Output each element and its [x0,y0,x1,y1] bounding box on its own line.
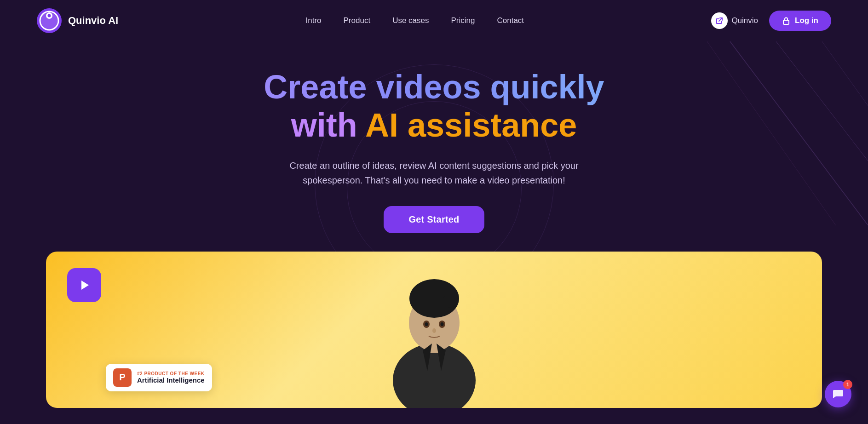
svg-marker-10 [81,281,89,290]
logo-text: Quinvio AI [68,15,118,27]
external-link-icon [711,12,728,29]
svg-rect-5 [783,20,789,24]
get-started-button[interactable]: Get Started [384,206,484,233]
svg-point-22 [432,328,436,333]
ph-icon: P [113,368,132,387]
lock-icon [782,17,790,25]
navbar-right: Quinvio Log in [711,11,831,31]
logo-icon [37,8,62,33]
nav-pricing[interactable]: Pricing [451,16,475,25]
nav-use-cases[interactable]: Use cases [392,16,429,25]
hero-title-with: with [291,107,365,143]
nav-links: Intro Product Use cases Pricing Contact [306,16,524,25]
hero-title-line1: Create videos quickly [9,69,859,105]
hero-title-line2: with AI assistance [9,105,859,145]
hero-section: Create videos quickly with AI assistance… [0,41,868,252]
login-button[interactable]: Log in [769,11,831,31]
ph-label: Artificial Intelligence [137,376,205,384]
chat-icon [832,388,844,400]
chat-badge-count: 1 [843,380,852,389]
nav-intro[interactable]: Intro [306,16,322,25]
ph-badge[interactable]: P #2 Product of the Week Artificial Inte… [106,364,212,391]
play-icon [77,278,92,292]
svg-point-21 [440,322,443,326]
navbar: Quinvio AI Intro Product Use cases Prici… [0,0,868,41]
hero-subtitle: Create an outline of ideas, review AI co… [278,158,591,188]
svg-point-20 [425,322,428,326]
chat-bubble[interactable]: 1 [825,381,851,407]
ph-badge-text: #2 Product of the Week Artificial Intell… [137,371,205,384]
svg-point-4 [48,14,51,17]
spokesperson-figure [374,252,494,408]
play-button[interactable] [67,268,101,302]
nav-product[interactable]: Product [344,16,371,25]
person-svg [374,252,494,408]
hero-title: Create videos quickly with AI assistance [9,69,859,145]
video-section: P #2 Product of the Week Artificial Inte… [46,252,822,408]
quinvio-link-label: Quinvio [731,16,758,25]
logo-area[interactable]: Quinvio AI [37,8,118,33]
hero-wrapper: Create videos quickly with AI assistance… [0,41,868,252]
hero-title-ai-assistance: AI assistance [365,107,577,143]
svg-point-15 [443,295,455,308]
nav-contact[interactable]: Contact [497,16,524,25]
ph-rank: #2 Product of the Week [137,371,205,376]
svg-point-11 [393,344,476,408]
quinvio-link[interactable]: Quinvio [711,12,758,29]
